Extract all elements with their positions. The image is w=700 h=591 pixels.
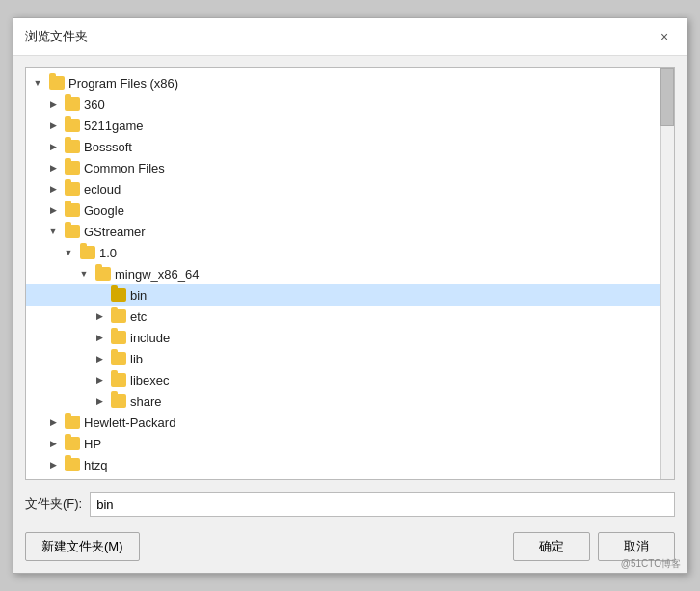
arrow-gstreamer bbox=[45, 224, 61, 239]
dialog-title: 浏览文件夹 bbox=[25, 28, 88, 45]
folder-icon-program_files_x86 bbox=[49, 76, 65, 90]
folder-icon-htzq bbox=[65, 458, 80, 471]
arrow-5211game bbox=[45, 118, 61, 133]
item-label-etc: etc bbox=[130, 309, 147, 324]
folder-icon-etc bbox=[111, 309, 126, 323]
tree-item-mingw_x86_64[interactable]: mingw_x86_64 bbox=[26, 263, 660, 284]
tree-item-etc[interactable]: etc bbox=[26, 306, 660, 327]
tree-items-container: Program Files (x86)3605211gameBosssoftCo… bbox=[26, 72, 674, 475]
folder-tree[interactable]: Program Files (x86)3605211gameBosssoftCo… bbox=[25, 67, 675, 480]
tree-item-hp[interactable]: HP bbox=[26, 433, 660, 454]
tree-item-bosssoft[interactable]: Bosssoft bbox=[26, 136, 660, 157]
item-label-program_files_x86: Program Files (x86) bbox=[68, 76, 178, 91]
folder-icon-lib bbox=[111, 352, 126, 365]
browse-folder-dialog: 浏览文件夹 × Program Files (x86)3605211gameBo… bbox=[13, 17, 687, 574]
new-folder-button[interactable]: 新建文件夹(M) bbox=[25, 532, 140, 561]
folder-icon-ecloud bbox=[65, 182, 80, 196]
item-label-ecloud: ecloud bbox=[84, 182, 121, 197]
folder-icon-360 bbox=[65, 97, 80, 111]
folder-icon-5211game bbox=[65, 119, 80, 132]
tree-item-ecloud[interactable]: ecloud bbox=[26, 178, 660, 200]
arrow-bosssoft bbox=[45, 139, 61, 154]
tree-item-program_files_x86[interactable]: Program Files (x86) bbox=[26, 72, 660, 94]
item-label-google: Google bbox=[84, 203, 124, 218]
title-bar: 浏览文件夹 × bbox=[13, 18, 687, 56]
arrow-etc bbox=[92, 309, 107, 324]
tree-item-gstreamer[interactable]: GStreamer bbox=[26, 221, 660, 242]
item-label-htzq: htzq bbox=[84, 458, 108, 472]
folder-icon-libexec bbox=[111, 373, 126, 387]
folder-icon-mingw_x86_64 bbox=[95, 267, 111, 281]
arrow-1_0 bbox=[61, 245, 76, 260]
tree-item-lib[interactable]: lib bbox=[26, 348, 660, 369]
folder-icon-google bbox=[65, 203, 80, 217]
scrollbar-thumb[interactable] bbox=[660, 68, 674, 126]
folder-icon-hewlett_packard bbox=[65, 416, 80, 429]
folder-icon-share bbox=[111, 394, 126, 408]
close-button[interactable]: × bbox=[654, 26, 675, 47]
folder-icon-gstreamer bbox=[65, 225, 80, 238]
arrow-google bbox=[45, 202, 61, 218]
item-label-gstreamer: GStreamer bbox=[84, 225, 146, 239]
tree-item-hewlett_packard[interactable]: Hewlett-Packard bbox=[26, 412, 660, 433]
tree-item-5211game[interactable]: 5211game bbox=[26, 115, 660, 136]
item-label-bosssoft: Bosssoft bbox=[84, 140, 132, 154]
arrow-hp bbox=[45, 436, 61, 451]
tree-item-1_0[interactable]: 1.0 bbox=[26, 242, 660, 263]
folder-icon-include bbox=[111, 331, 126, 344]
folder-icon-1_0 bbox=[80, 246, 95, 259]
watermark: @51CTO博客 bbox=[621, 557, 681, 571]
arrow-hewlett_packard bbox=[45, 415, 61, 430]
folder-icon-hp bbox=[65, 437, 80, 450]
tree-item-libexec[interactable]: libexec bbox=[26, 369, 660, 390]
tree-item-include[interactable]: include bbox=[26, 327, 660, 348]
tree-item-htzq[interactable]: htzq bbox=[26, 454, 660, 475]
folder-name-input[interactable] bbox=[90, 492, 675, 517]
arrow-libexec bbox=[92, 372, 107, 388]
buttons-row: 新建文件夹(M) 确定 取消 bbox=[25, 524, 675, 565]
arrow-360 bbox=[45, 96, 61, 112]
tree-item-bin[interactable]: bin bbox=[26, 284, 660, 306]
item-label-share: share bbox=[130, 394, 162, 409]
dialog-body: Program Files (x86)3605211gameBosssoftCo… bbox=[13, 56, 687, 573]
folder-icon-bosssoft bbox=[65, 140, 80, 153]
arrow-htzq bbox=[45, 457, 61, 472]
confirm-button[interactable]: 确定 bbox=[513, 532, 590, 561]
item-label-include: include bbox=[130, 331, 170, 345]
item-label-mingw_x86_64: mingw_x86_64 bbox=[115, 267, 199, 282]
folder-icon-common_files bbox=[65, 161, 80, 175]
arrow-mingw_x86_64 bbox=[76, 266, 92, 282]
item-label-hewlett_packard: Hewlett-Packard bbox=[84, 416, 175, 430]
tree-item-google[interactable]: Google bbox=[26, 200, 660, 221]
item-label-360: 360 bbox=[84, 97, 105, 112]
item-label-5211game: 5211game bbox=[84, 119, 143, 133]
arrow-share bbox=[92, 393, 107, 409]
item-label-lib: lib bbox=[130, 352, 143, 366]
item-label-bin: bin bbox=[130, 288, 147, 303]
arrow-program_files_x86 bbox=[30, 75, 45, 91]
arrow-include bbox=[92, 330, 107, 345]
item-label-libexec: libexec bbox=[130, 373, 169, 388]
item-label-hp: HP bbox=[84, 437, 101, 451]
arrow-ecloud bbox=[45, 181, 61, 197]
file-field-row: 文件夹(F): bbox=[25, 492, 675, 517]
tree-item-360[interactable]: 360 bbox=[26, 94, 660, 115]
scrollbar-track[interactable] bbox=[660, 68, 674, 479]
folder-icon-bin bbox=[111, 288, 126, 302]
arrow-common_files bbox=[45, 160, 61, 175]
tree-item-share[interactable]: share bbox=[26, 390, 660, 412]
tree-item-common_files[interactable]: Common Files bbox=[26, 157, 660, 178]
item-label-1_0: 1.0 bbox=[99, 246, 117, 260]
file-field-label: 文件夹(F): bbox=[25, 496, 82, 513]
arrow-lib bbox=[92, 351, 107, 366]
item-label-common_files: Common Files bbox=[84, 161, 165, 175]
